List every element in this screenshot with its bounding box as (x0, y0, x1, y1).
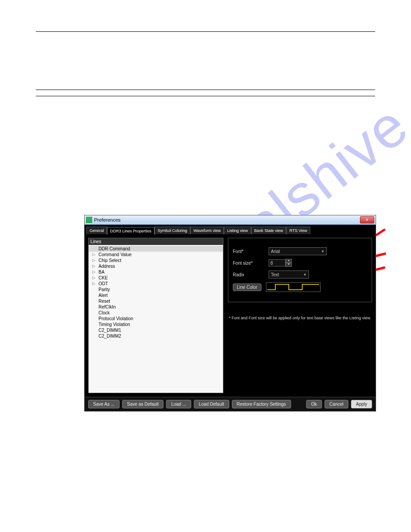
font-label: Font* (233, 249, 264, 254)
horizontal-rule (36, 96, 375, 96)
radix-value: Text (271, 272, 279, 277)
ok-button[interactable]: Ok (306, 400, 322, 408)
font-value: Arial (271, 249, 280, 254)
page: { "watermark": "manualshive.com", "dialo… (0, 0, 411, 532)
load-default-button[interactable]: Load Default (194, 400, 229, 408)
tab-waveform-view[interactable]: Waveform view (190, 227, 224, 234)
properties-group: Font* Arial ▼ Font size* 8 ▲ ▼ (228, 238, 372, 302)
spinner-up-icon[interactable]: ▲ (286, 259, 292, 263)
save-as-button[interactable]: Save As ... (88, 400, 120, 408)
tab-general[interactable]: General (86, 227, 107, 234)
line-item[interactable]: Alert (89, 292, 223, 298)
lines-tree[interactable]: Lines DDR Command Command Value Chip Sel… (88, 238, 223, 393)
dialog-body: Lines DDR Command Command Value Chip Sel… (85, 234, 376, 397)
properties-pane: Font* Arial ▼ Font size* 8 ▲ ▼ (228, 238, 372, 393)
radix-combo[interactable]: Text ▼ (269, 270, 309, 279)
line-item[interactable]: DDR Command (89, 246, 223, 252)
line-item[interactable]: Timing Violation (89, 322, 223, 327)
chevron-down-icon: ▼ (321, 249, 325, 253)
save-as-default-button[interactable]: Save as Default (122, 400, 164, 408)
line-item[interactable]: C2_DIMM1 (89, 327, 223, 333)
radix-row: Radix Text ▼ (233, 270, 367, 279)
dialog-footer: Save As ... Save as Default Load ... Loa… (85, 397, 376, 411)
line-item[interactable]: Parity (89, 287, 223, 292)
line-color-button[interactable]: Line Color (233, 283, 261, 291)
tabstrip: General DDR3 Lines Properties Symbol Col… (85, 225, 376, 234)
fontsize-label: Font size* (233, 261, 264, 266)
close-button[interactable] (360, 216, 374, 223)
horizontal-rule (36, 90, 375, 90)
font-combo[interactable]: Arial ▼ (269, 247, 327, 255)
footer-right-group: Ok Cancel Apply (306, 400, 372, 408)
titlebar-left: Preferences (86, 217, 120, 223)
horizontal-rule (36, 31, 375, 32)
line-item[interactable]: BA (89, 269, 223, 275)
line-item[interactable]: Protocol Violation (89, 316, 223, 322)
load-button[interactable]: Load ... (166, 400, 191, 408)
radix-label: Radix (233, 272, 264, 277)
app-icon (86, 217, 92, 223)
cancel-button[interactable]: Cancel (325, 400, 348, 408)
apply-button[interactable]: Apply (351, 400, 372, 408)
window-title: Preferences (94, 217, 120, 223)
line-item[interactable]: Address (89, 263, 223, 269)
tab-bank-state-view[interactable]: Bank State view (251, 227, 287, 234)
tab-rts-view[interactable]: RTS View (286, 227, 310, 234)
titlebar: Preferences (85, 215, 376, 225)
waveform-preview-icon (266, 283, 320, 292)
preferences-dialog: Preferences General DDR3 Lines Propertie… (84, 215, 376, 412)
fontsize-value: 8 (269, 259, 286, 266)
tab-ddr3-lines-properties[interactable]: DDR3 Lines Properties (107, 227, 154, 235)
line-item[interactable]: Command Value (89, 252, 223, 257)
fontsize-row: Font size* 8 ▲ ▼ (233, 259, 367, 267)
tab-symbol-coloring[interactable]: Symbol Coloring (154, 227, 190, 234)
chevron-down-icon: ▼ (303, 273, 307, 277)
fontsize-spinner[interactable]: 8 ▲ ▼ (269, 259, 292, 267)
restore-factory-button[interactable]: Restore Factory Settings (232, 400, 291, 408)
footer-left-group: Save As ... Save as Default Load ... Loa… (88, 400, 291, 408)
font-row: Font* Arial ▼ (233, 247, 367, 255)
line-item[interactable]: CKE (89, 275, 223, 281)
lines-header: Lines (89, 238, 223, 245)
footnote: * Font and Font size will be applied onl… (228, 316, 372, 320)
line-color-preview (266, 282, 321, 292)
line-item[interactable]: Clock (89, 310, 223, 316)
tab-listing-view[interactable]: Listing view (224, 227, 251, 234)
line-item[interactable]: C2_DIMM2 (89, 333, 223, 339)
line-item[interactable]: RefClkIn (89, 304, 223, 310)
line-item[interactable]: Chip Select (89, 257, 223, 263)
lines-list: DDR Command Command Value Chip Select Ad… (89, 245, 223, 340)
linecolor-row: Line Color (233, 282, 367, 292)
line-item[interactable]: ODT (89, 281, 223, 287)
spinner-down-icon[interactable]: ▼ (286, 263, 292, 267)
line-item[interactable]: Reset (89, 298, 223, 304)
